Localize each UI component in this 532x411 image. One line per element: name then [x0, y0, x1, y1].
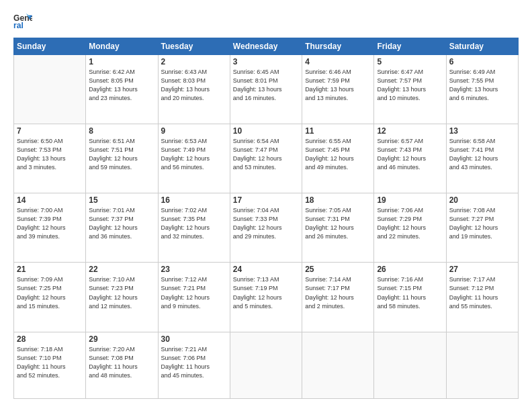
calendar-cell: 8Sunrise: 6:51 AMSunset: 7:51 PMDaylight…	[86, 124, 158, 193]
day-number: 21	[17, 265, 83, 274]
calendar-cell: 14Sunrise: 7:00 AMSunset: 7:39 PMDayligh…	[14, 193, 86, 263]
day-number: 9	[161, 126, 227, 136]
day-number: 11	[305, 126, 371, 136]
weekday-header-friday: Friday	[374, 38, 446, 55]
calendar-cell: 20Sunrise: 7:08 AMSunset: 7:27 PMDayligh…	[446, 193, 518, 263]
day-number: 26	[377, 265, 443, 274]
day-number: 1	[89, 57, 154, 66]
day-number: 18	[305, 195, 371, 205]
calendar-cell: 26Sunrise: 7:16 AMSunset: 7:15 PMDayligh…	[374, 263, 446, 332]
calendar-cell: 28Sunrise: 7:18 AMSunset: 7:10 PMDayligh…	[14, 332, 86, 398]
day-info: Sunrise: 7:10 AMSunset: 7:23 PMDaylight:…	[89, 275, 154, 310]
day-number: 3	[233, 57, 299, 66]
day-number: 2	[161, 57, 227, 66]
calendar-cell: 16Sunrise: 7:02 AMSunset: 7:35 PMDayligh…	[158, 193, 230, 263]
day-info: Sunrise: 7:01 AMSunset: 7:37 PMDaylight:…	[89, 206, 154, 241]
weekday-header-wednesday: Wednesday	[230, 38, 302, 55]
day-info: Sunrise: 7:21 AMSunset: 7:06 PMDaylight:…	[161, 345, 227, 380]
calendar-cell: 18Sunrise: 7:05 AMSunset: 7:31 PMDayligh…	[302, 193, 374, 263]
logo-icon: Gene ral	[13, 12, 32, 31]
day-info: Sunrise: 7:13 AMSunset: 7:19 PMDaylight:…	[233, 275, 299, 310]
day-info: Sunrise: 7:18 AMSunset: 7:10 PMDaylight:…	[17, 345, 83, 380]
calendar-cell: 3Sunrise: 6:45 AMSunset: 8:01 PMDaylight…	[230, 55, 302, 124]
day-number: 4	[305, 57, 371, 66]
calendar-cell: 29Sunrise: 7:20 AMSunset: 7:08 PMDayligh…	[86, 332, 158, 398]
weekday-header-row: SundayMondayTuesdayWednesdayThursdayFrid…	[14, 38, 519, 55]
day-number: 25	[305, 265, 371, 274]
day-number: 30	[161, 334, 227, 344]
calendar-cell: 17Sunrise: 7:04 AMSunset: 7:33 PMDayligh…	[230, 193, 302, 263]
calendar-cell	[446, 332, 518, 398]
day-info: Sunrise: 6:54 AMSunset: 7:47 PMDaylight:…	[233, 137, 299, 172]
day-info: Sunrise: 6:57 AMSunset: 7:43 PMDaylight:…	[377, 137, 443, 172]
calendar-cell: 7Sunrise: 6:50 AMSunset: 7:53 PMDaylight…	[14, 124, 86, 193]
day-number: 19	[377, 195, 443, 205]
day-number: 7	[17, 126, 83, 136]
day-number: 27	[449, 265, 515, 274]
calendar-cell: 24Sunrise: 7:13 AMSunset: 7:19 PMDayligh…	[230, 263, 302, 332]
calendar-cell	[302, 332, 374, 398]
day-info: Sunrise: 6:55 AMSunset: 7:45 PMDaylight:…	[305, 137, 371, 172]
day-number: 6	[449, 57, 515, 66]
day-info: Sunrise: 7:05 AMSunset: 7:31 PMDaylight:…	[305, 206, 371, 241]
day-info: Sunrise: 7:09 AMSunset: 7:25 PMDaylight:…	[17, 275, 83, 310]
day-number: 20	[449, 195, 515, 205]
day-info: Sunrise: 7:17 AMSunset: 7:12 PMDaylight:…	[449, 275, 515, 310]
day-info: Sunrise: 7:08 AMSunset: 7:27 PMDaylight:…	[449, 206, 515, 241]
calendar-week-row: 21Sunrise: 7:09 AMSunset: 7:25 PMDayligh…	[14, 263, 519, 332]
calendar-cell: 12Sunrise: 6:57 AMSunset: 7:43 PMDayligh…	[374, 124, 446, 193]
calendar-cell: 22Sunrise: 7:10 AMSunset: 7:23 PMDayligh…	[86, 263, 158, 332]
calendar-cell	[230, 332, 302, 398]
day-number: 13	[449, 126, 515, 136]
page: Gene ral SundayMondayTuesdayWednesdayThu…	[0, 0, 532, 411]
day-number: 23	[161, 265, 227, 274]
calendar-cell: 11Sunrise: 6:55 AMSunset: 7:45 PMDayligh…	[302, 124, 374, 193]
day-info: Sunrise: 6:49 AMSunset: 7:55 PMDaylight:…	[449, 68, 515, 103]
day-info: Sunrise: 7:16 AMSunset: 7:15 PMDaylight:…	[377, 275, 443, 310]
day-number: 29	[89, 334, 154, 344]
day-info: Sunrise: 6:42 AMSunset: 8:05 PMDaylight:…	[89, 68, 154, 103]
day-info: Sunrise: 7:06 AMSunset: 7:29 PMDaylight:…	[377, 206, 443, 241]
day-info: Sunrise: 6:51 AMSunset: 7:51 PMDaylight:…	[89, 137, 154, 172]
day-info: Sunrise: 7:12 AMSunset: 7:21 PMDaylight:…	[161, 275, 227, 310]
day-number: 28	[17, 334, 83, 344]
calendar-cell: 21Sunrise: 7:09 AMSunset: 7:25 PMDayligh…	[14, 263, 86, 332]
calendar-table: SundayMondayTuesdayWednesdayThursdayFrid…	[13, 38, 519, 399]
calendar-cell	[14, 55, 86, 124]
day-info: Sunrise: 7:14 AMSunset: 7:17 PMDaylight:…	[305, 275, 371, 310]
day-info: Sunrise: 6:50 AMSunset: 7:53 PMDaylight:…	[17, 137, 83, 172]
logo: Gene ral	[13, 12, 35, 31]
day-info: Sunrise: 7:04 AMSunset: 7:33 PMDaylight:…	[233, 206, 299, 241]
day-info: Sunrise: 6:45 AMSunset: 8:01 PMDaylight:…	[233, 68, 299, 103]
day-info: Sunrise: 6:47 AMSunset: 7:57 PMDaylight:…	[377, 68, 443, 103]
calendar-cell: 13Sunrise: 6:58 AMSunset: 7:41 PMDayligh…	[446, 124, 518, 193]
calendar-cell: 2Sunrise: 6:43 AMSunset: 8:03 PMDaylight…	[158, 55, 230, 124]
day-number: 8	[89, 126, 154, 136]
day-number: 22	[89, 265, 154, 274]
weekday-header-tuesday: Tuesday	[158, 38, 230, 55]
calendar-cell: 4Sunrise: 6:46 AMSunset: 7:59 PMDaylight…	[302, 55, 374, 124]
calendar-week-row: 7Sunrise: 6:50 AMSunset: 7:53 PMDaylight…	[14, 124, 519, 193]
calendar-cell: 15Sunrise: 7:01 AMSunset: 7:37 PMDayligh…	[86, 193, 158, 263]
calendar-cell: 5Sunrise: 6:47 AMSunset: 7:57 PMDaylight…	[374, 55, 446, 124]
day-number: 16	[161, 195, 227, 205]
day-number: 5	[377, 57, 443, 66]
calendar-cell: 23Sunrise: 7:12 AMSunset: 7:21 PMDayligh…	[158, 263, 230, 332]
calendar-cell: 30Sunrise: 7:21 AMSunset: 7:06 PMDayligh…	[158, 332, 230, 398]
calendar-week-row: 14Sunrise: 7:00 AMSunset: 7:39 PMDayligh…	[14, 193, 519, 263]
day-number: 12	[377, 126, 443, 136]
day-info: Sunrise: 7:00 AMSunset: 7:39 PMDaylight:…	[17, 206, 83, 241]
weekday-header-monday: Monday	[86, 38, 158, 55]
day-number: 10	[233, 126, 299, 136]
svg-text:ral: ral	[13, 21, 24, 30]
calendar-cell: 6Sunrise: 6:49 AMSunset: 7:55 PMDaylight…	[446, 55, 518, 124]
calendar-cell	[374, 332, 446, 398]
day-info: Sunrise: 6:58 AMSunset: 7:41 PMDaylight:…	[449, 137, 515, 172]
calendar-week-row: 1Sunrise: 6:42 AMSunset: 8:05 PMDaylight…	[14, 55, 519, 124]
day-info: Sunrise: 7:02 AMSunset: 7:35 PMDaylight:…	[161, 206, 227, 241]
day-info: Sunrise: 6:46 AMSunset: 7:59 PMDaylight:…	[305, 68, 371, 103]
calendar-week-row: 28Sunrise: 7:18 AMSunset: 7:10 PMDayligh…	[14, 332, 519, 398]
calendar-cell: 1Sunrise: 6:42 AMSunset: 8:05 PMDaylight…	[86, 55, 158, 124]
weekday-header-saturday: Saturday	[446, 38, 518, 55]
weekday-header-thursday: Thursday	[302, 38, 374, 55]
